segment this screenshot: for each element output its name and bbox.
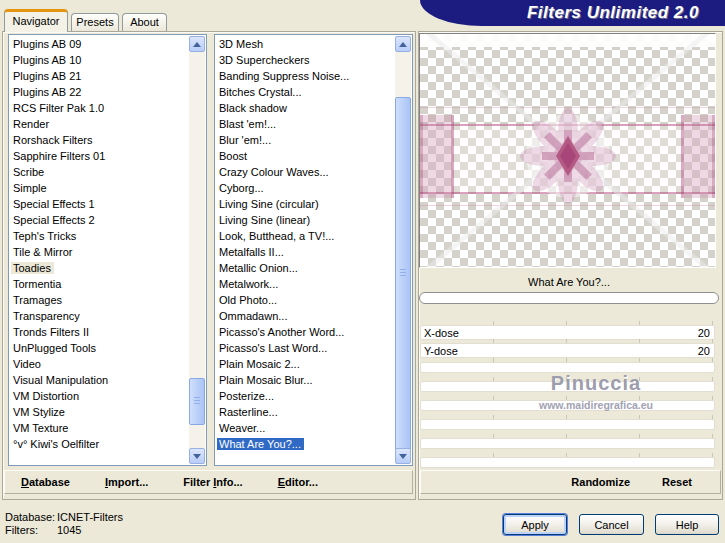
list-item[interactable]: Old Photo... <box>215 292 412 308</box>
list-item[interactable]: Video <box>9 356 206 372</box>
arrow-up-icon <box>193 42 201 47</box>
list-item[interactable]: VM Stylize <box>9 404 206 420</box>
list-item[interactable]: Transparency <box>9 308 206 324</box>
list-item[interactable]: Living Sine (circular) <box>215 196 412 212</box>
list-item[interactable]: Weaver... <box>215 420 412 436</box>
randomize-button[interactable]: Randomize <box>571 476 630 488</box>
empty-slider-row <box>420 438 715 449</box>
list-item[interactable]: Boost <box>215 148 412 164</box>
filter-listbox[interactable]: 3D Mesh3D SupercheckersBanding Suppress … <box>214 34 413 466</box>
scrollbar-thumb[interactable] <box>395 97 411 451</box>
list-item[interactable]: VM Texture <box>9 420 206 436</box>
arrow-up-icon <box>399 42 407 47</box>
cancel-button[interactable]: Cancel <box>579 514 644 535</box>
list-item[interactable]: Tramages <box>9 292 206 308</box>
list-item[interactable]: Cyborg... <box>215 180 412 196</box>
tab-navigator[interactable]: Navigator <box>4 9 68 32</box>
import-button[interactable]: Import... <box>105 476 148 488</box>
reset-button[interactable]: Reset <box>662 476 692 488</box>
watermark-name: Pinuccia <box>516 372 676 395</box>
list-item[interactable]: What Are You?... <box>215 436 412 452</box>
list-item[interactable]: Ommadawn... <box>215 308 412 324</box>
list-item[interactable]: Plain Mosaic Blur... <box>215 372 412 388</box>
category-scrollbar[interactable] <box>189 36 205 464</box>
x-dose-value: 20 <box>698 327 710 339</box>
arrow-down-icon <box>399 454 407 459</box>
empty-slider-row <box>420 419 715 430</box>
kaleidoscope-flower-graphic <box>420 34 715 267</box>
scroll-up-button[interactable] <box>395 36 411 52</box>
y-dose-label: Y-dose <box>424 345 458 357</box>
list-item[interactable]: Teph's Tricks <box>9 228 206 244</box>
list-item[interactable]: RCS Filter Pak 1.0 <box>9 100 206 116</box>
filter-preview[interactable] <box>419 33 716 268</box>
navigator-pane: Plugins AB 09Plugins AB 10Plugins AB 21P… <box>2 31 416 500</box>
status-filters-label: Filters: <box>5 524 57 537</box>
tab-about[interactable]: About <box>122 13 167 31</box>
list-item[interactable]: Posterize... <box>215 388 412 404</box>
preview-progress-bar <box>419 292 719 304</box>
list-item[interactable]: Plugins AB 10 <box>9 52 206 68</box>
list-item[interactable]: Scribe <box>9 164 206 180</box>
list-item[interactable]: UnPlugged Tools <box>9 340 206 356</box>
y-dose-value: 20 <box>698 345 710 357</box>
scroll-down-button[interactable] <box>395 448 411 464</box>
list-item[interactable]: Metallic Onion... <box>215 260 412 276</box>
scrollbar-thumb[interactable] <box>189 378 205 425</box>
editor-button[interactable]: Editor... <box>278 476 318 488</box>
status-filters-row: Filters: 1045 <box>5 524 123 537</box>
list-item[interactable]: Tormentia <box>9 276 206 292</box>
list-item[interactable]: Visual Manipulation <box>9 372 206 388</box>
x-dose-slider[interactable]: X-dose 20 <box>420 325 715 340</box>
tab-presets[interactable]: Presets <box>71 13 119 31</box>
list-item[interactable]: Blur 'em!... <box>215 132 412 148</box>
category-listbox[interactable]: Plugins AB 09Plugins AB 10Plugins AB 21P… <box>8 34 207 466</box>
tab-navigator-label: Navigator <box>5 15 67 27</box>
list-item[interactable]: Bitches Crystal... <box>215 84 412 100</box>
tab-about-label: About <box>123 16 166 28</box>
list-item[interactable]: Plugins AB 22 <box>9 84 206 100</box>
status-database-value: ICNET-Filters <box>57 511 123 524</box>
list-item[interactable]: Crazy Colour Waves... <box>215 164 412 180</box>
list-item[interactable]: Render <box>9 116 206 132</box>
list-item[interactable]: Rorshack Filters <box>9 132 206 148</box>
list-item[interactable]: Toadies <box>9 260 206 276</box>
list-item[interactable]: Special Effects 1 <box>9 196 206 212</box>
status-filters-value: 1045 <box>57 524 81 537</box>
database-button[interactable]: Database <box>21 476 70 488</box>
list-item[interactable]: 3D Supercheckers <box>215 52 412 68</box>
list-item[interactable]: VM Distortion <box>9 388 206 404</box>
list-item[interactable]: Special Effects 2 <box>9 212 206 228</box>
title-banner: Filters Unlimited 2.0 <box>420 0 725 26</box>
list-item[interactable]: Plugins AB 21 <box>9 68 206 84</box>
apply-button[interactable]: Apply <box>503 514 567 535</box>
list-item[interactable]: Sapphire Filters 01 <box>9 148 206 164</box>
list-item[interactable]: Rasterline... <box>215 404 412 420</box>
list-item[interactable]: Black shadow <box>215 100 412 116</box>
list-item[interactable]: Plugins AB 09 <box>9 36 206 52</box>
app-title: Filters Unlimited 2.0 <box>527 3 699 23</box>
filter-scrollbar[interactable] <box>395 36 411 464</box>
list-item[interactable]: 3D Mesh <box>215 36 412 52</box>
status-area: Database: ICNET-Filters Filters: 1045 <box>5 511 123 537</box>
list-item[interactable]: Tile & Mirror <box>9 244 206 260</box>
filter-info-button[interactable]: Filter Info... <box>183 476 242 488</box>
list-item[interactable]: Banding Suppress Noise... <box>215 68 412 84</box>
y-dose-slider[interactable]: Y-dose 20 <box>420 343 715 358</box>
scroll-up-button[interactable] <box>189 36 205 52</box>
list-item[interactable]: Living Sine (linear) <box>215 212 412 228</box>
database-toolbar: Database Import... Filter Info... Editor… <box>4 470 413 494</box>
list-item[interactable]: Picasso's Last Word... <box>215 340 412 356</box>
list-item[interactable]: Metalwork... <box>215 276 412 292</box>
list-item[interactable]: Simple <box>9 180 206 196</box>
list-item[interactable]: Look, Butthead, a TV!... <box>215 228 412 244</box>
watermark-url: www.maidiregrafica.eu <box>511 399 681 411</box>
list-item[interactable]: Tronds Filters II <box>9 324 206 340</box>
list-item[interactable]: Metalfalls II... <box>215 244 412 260</box>
list-item[interactable]: Picasso's Another Word... <box>215 324 412 340</box>
list-item[interactable]: °v° Kiwi's Oelfilter <box>9 436 206 452</box>
list-item[interactable]: Plain Mosaic 2... <box>215 356 412 372</box>
scroll-down-button[interactable] <box>189 448 205 464</box>
help-button[interactable]: Help <box>655 514 719 535</box>
list-item[interactable]: Blast 'em!... <box>215 116 412 132</box>
